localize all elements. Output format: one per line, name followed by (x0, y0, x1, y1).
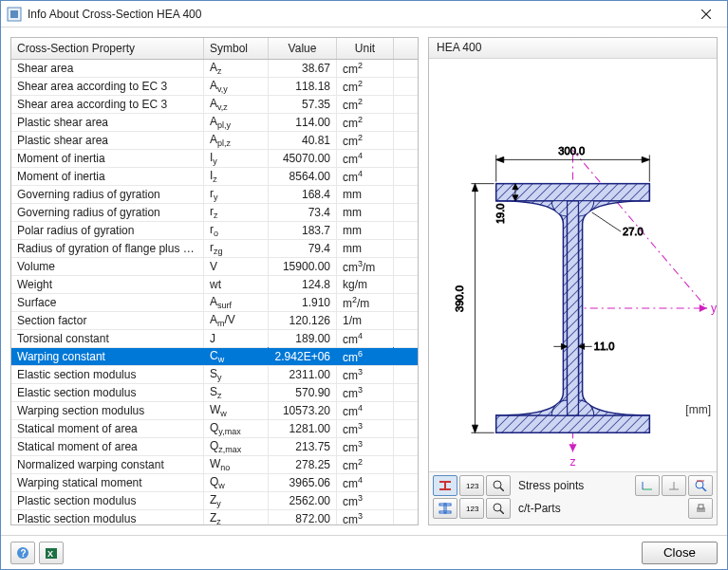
svg-rect-34 (444, 481, 446, 490)
table-row[interactable]: Plastic shear areaApl,y114.00cm2 (11, 114, 418, 132)
col-property[interactable]: Cross-Section Property (11, 38, 204, 59)
titlebar: Info About Cross-Section HEA 400 (1, 1, 727, 28)
svg-line-31 (592, 212, 621, 231)
ct-parts-label: c/t-Parts (518, 502, 686, 515)
values-icon[interactable]: 123 (459, 475, 484, 496)
svg-marker-10 (569, 444, 576, 451)
app-icon (7, 7, 22, 22)
table-row[interactable]: Normalized warping constantWno278.25cm2 (11, 456, 418, 474)
table-row[interactable]: Plastic section modulusZy2562.00cm3 (11, 492, 418, 510)
footer: ? X Close (1, 535, 727, 569)
svg-point-42 (696, 481, 703, 488)
svg-marker-18 (642, 156, 649, 162)
unit-label: [mm] (685, 403, 711, 416)
svg-text:X: X (47, 549, 53, 559)
dim-flange: 19.0 (495, 203, 506, 224)
svg-text:123: 123 (466, 505, 478, 513)
table-body[interactable]: Shear areaAz38.67cm2Shear area according… (11, 60, 418, 524)
svg-text:?: ? (21, 548, 27, 559)
table-row[interactable]: Statical moment of areaQy,max1281.00cm3 (11, 420, 418, 438)
table-row[interactable]: Governing radius of gyrationrz73.4mm (11, 204, 418, 222)
table-row[interactable]: Shear area according to EC 3Av,z57.35cm2 (11, 96, 418, 114)
svg-line-43 (702, 487, 706, 491)
outline-section-icon[interactable] (433, 498, 457, 519)
table-row[interactable]: Shear area according to EC 3Av,y118.18cm… (11, 78, 418, 96)
table-row[interactable]: Weightwt124.8kg/m (11, 276, 418, 294)
table-row[interactable]: Polar radius of gyrationro183.7mm (11, 222, 418, 240)
preview-toolbar: 123 Stress points 123 c/t-Parts (429, 471, 717, 524)
svg-rect-13 (567, 201, 578, 415)
col-unit[interactable]: Unit (337, 38, 394, 59)
stress-points-label: Stress points (518, 479, 633, 492)
dim-radius: 27.0 (623, 226, 644, 237)
dim-height: 390.0 (454, 285, 465, 312)
table-row[interactable]: Plastic shear areaApl,z40.81cm2 (11, 132, 418, 150)
svg-marker-17 (496, 156, 504, 162)
svg-marker-23 (472, 425, 477, 432)
help-icon[interactable]: ? (10, 542, 35, 564)
zoom-2-icon[interactable] (486, 498, 511, 519)
preview-title: HEA 400 (429, 38, 717, 59)
svg-line-50 (500, 510, 504, 514)
table-row[interactable]: Section factorAm/V120.1261/m (11, 312, 418, 330)
section-canvas[interactable]: y z (429, 59, 717, 471)
axes-xy-icon[interactable] (635, 475, 660, 496)
table-row[interactable]: Governing radius of gyrationry168.4mm (11, 186, 418, 204)
table-row[interactable]: Plastic section modulusZz872.00cm3 (11, 510, 418, 524)
table-row[interactable]: Warping section modulusWw10573.20cm4 (11, 402, 418, 420)
solid-section-icon[interactable] (433, 475, 457, 496)
preview-panel: HEA 400 y z (428, 37, 718, 525)
zoom-icon[interactable] (486, 475, 511, 496)
table-row[interactable]: Moment of inertiaIz8564.00cm4 (11, 168, 418, 186)
table-row[interactable]: Elastic section modulusSz570.90cm3 (11, 384, 418, 402)
axes-extra-icon[interactable] (662, 475, 686, 496)
table-header: Cross-Section Property Symbol Value Unit (11, 38, 418, 60)
col-value[interactable]: Value (269, 38, 337, 59)
svg-rect-11 (496, 184, 650, 201)
svg-rect-12 (496, 415, 650, 432)
table-row[interactable]: Torsional constantJ189.00cm4 (11, 330, 418, 348)
axis-y-label: y (711, 302, 717, 315)
svg-text:123: 123 (466, 482, 478, 490)
table-row[interactable]: VolumeV15900.00cm3/m (11, 258, 418, 276)
svg-rect-1 (10, 10, 18, 18)
svg-marker-8 (700, 304, 707, 312)
svg-point-36 (494, 481, 501, 488)
values-2-icon[interactable]: 123 (459, 498, 484, 519)
table-row[interactable]: Warping statical momentQw3965.06cm4 (11, 474, 418, 492)
export-excel-icon[interactable]: X (39, 542, 64, 564)
table-row[interactable]: Shear areaAz38.67cm2 (11, 60, 418, 78)
table-row[interactable]: Radius of gyration of flange plus 1/5 of… (11, 240, 418, 258)
window-title: Info About Cross-Section HEA 400 (28, 8, 685, 21)
dim-width: 300.0 (558, 145, 585, 156)
print-preview-icon[interactable] (688, 475, 713, 496)
axis-z-label: z (569, 455, 575, 469)
properties-table: Cross-Section Property Symbol Value Unit… (10, 37, 419, 525)
table-row[interactable]: Moment of inertiaIy45070.00cm4 (11, 150, 418, 168)
table-row[interactable]: Statical moment of areaQz,max213.75cm3 (11, 438, 418, 456)
col-symbol[interactable]: Symbol (204, 38, 269, 59)
close-button[interactable]: Close (642, 542, 718, 564)
close-icon[interactable] (685, 1, 727, 28)
svg-line-37 (500, 487, 504, 491)
table-row[interactable]: Warping constantCw2.942E+06cm6 (11, 348, 418, 366)
table-row[interactable]: SurfaceAsurf1.910m2/m (11, 294, 418, 312)
svg-point-49 (494, 504, 501, 511)
svg-marker-22 (472, 184, 477, 192)
table-row[interactable]: Elastic section modulusSy2311.00cm3 (11, 366, 418, 384)
printer-icon[interactable] (688, 498, 713, 519)
svg-rect-52 (699, 505, 703, 508)
window: Info About Cross-Section HEA 400 Cross-S… (0, 0, 728, 570)
dim-web: 11.0 (594, 340, 615, 352)
